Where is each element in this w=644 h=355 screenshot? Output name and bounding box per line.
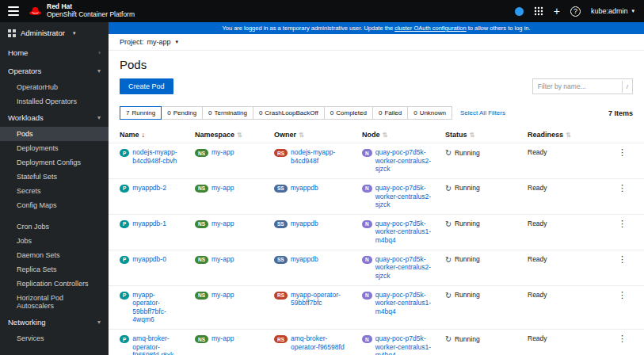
kebab-menu-icon[interactable]: ⋮ [618,255,627,264]
filter-chip-label: Running [131,109,155,116]
filter-chip-completed[interactable]: 0Completed [324,106,373,120]
chevron-down-icon: ▾ [176,39,179,45]
pod-name-link[interactable]: nodejs-myapp-b4cd948f-cbvh [132,148,182,165]
namespace-link[interactable]: my-app [211,291,234,300]
create-pod-button[interactable]: Create Pod [120,78,173,94]
node-link[interactable]: quay-poc-p7d5k-worker-centralus2-sjzck [375,184,433,209]
pod-name-link[interactable]: myapp-operator-59bbff7bfc-4wqm6 [132,291,182,325]
sidebar-item-operatorhub[interactable]: OperatorHub [0,80,109,94]
column-header-name[interactable]: Name↓ [109,126,189,143]
sidebar-item-secrets[interactable]: Secrets [0,184,109,198]
pod-name-link[interactable]: amq-broker-operator-f96598fd-r8xk [132,334,182,355]
sidebar-item-pods[interactable]: Pods [0,127,109,141]
column-header-status[interactable]: Status⇅ [439,126,521,143]
import-plus-icon[interactable]: + [554,6,560,17]
kebab-menu-icon[interactable]: ⋮ [618,148,627,157]
sidebar-item-stateful-sets[interactable]: Stateful Sets [0,170,109,184]
namespace-link[interactable]: my-app [211,184,234,193]
ns-badge-icon: NS [195,256,208,264]
status-text: Running [455,291,480,299]
owner-link[interactable]: myapp-operator-59bbff7bfc [291,291,349,307]
sidebar-item-config-maps[interactable]: Config Maps [0,198,109,212]
column-header-owner[interactable]: Owner⇅ [268,126,356,143]
filter-box: / [532,78,633,94]
sidebar-section-label: Home [8,48,28,57]
filter-chip-terminating[interactable]: 0Terminating [202,106,253,120]
p-badge-icon: P [120,256,129,264]
sidebar-item-daemon-sets[interactable]: Daemon Sets [0,248,109,262]
ns-badge-icon: NS [195,185,208,193]
filter-chip-unknown[interactable]: 0Unknown [407,106,452,120]
sidebar-item-installed-operators[interactable]: Installed Operators [0,94,109,109]
filter-chip-count: 0 [379,109,382,116]
kebab-menu-icon[interactable]: ⋮ [618,219,627,228]
column-header-namespace[interactable]: Namespace⇅ [189,126,268,143]
sidebar-item-replica-sets[interactable]: Replica Sets [0,262,109,277]
owner-link[interactable]: myappdb [291,184,318,193]
p-badge-icon: P [120,292,129,300]
namespace-link[interactable]: my-app [211,148,234,157]
filter-chip-failed[interactable]: 0Failed [372,106,408,120]
namespace-link[interactable]: my-app [211,334,234,343]
pod-name-link[interactable]: myappdb-1 [132,219,166,228]
namespace-link[interactable]: my-app [211,219,234,228]
notification-icon[interactable] [515,7,524,16]
namespace-link[interactable]: my-app [211,255,234,264]
status-text: Running [455,219,480,227]
sidebar-item-cron-jobs[interactable]: Cron Jobs [0,219,109,234]
pod-status: ↻Running [445,255,515,264]
sort-icon[interactable]: ⇅ [470,132,475,139]
filter-chip-pending[interactable]: 0Pending [161,106,203,120]
project-selector[interactable]: Project: my-app ▾ [109,34,644,51]
sidebar-item-replication-controllers[interactable]: Replication Controllers [0,277,109,291]
node-link[interactable]: quay-poc-p7d5k-worker-centralus1-m4bq4 [375,291,433,316]
owner-link[interactable]: myappdb [291,255,318,264]
sidebar-item-deployments[interactable]: Deployments [0,141,109,155]
sidebar-section-workloads[interactable]: Workloads▾ [0,109,109,127]
node-link[interactable]: quay-poc-p7d5k-worker-centralus1-m4bq4 [375,219,433,245]
pod-name-link[interactable]: myappdb-2 [132,184,166,193]
sidebar-section-operators[interactable]: Operators▾ [0,62,109,80]
node-link[interactable]: quay-poc-p7d5k-worker-centralus2-sjzck [375,255,433,281]
items-count: 7 Items [608,109,633,117]
sidebar-section-home[interactable]: Home› [0,44,109,62]
help-icon[interactable]: ? [570,6,581,17]
sort-desc-icon[interactable]: ↓ [142,131,146,139]
app-launcher-icon[interactable] [534,6,543,16]
hamburger-menu-icon[interactable] [8,6,19,16]
sidebar-section-networking[interactable]: Networking▾ [0,313,109,331]
perspective-switcher[interactable]: Administrator ▾ [0,22,109,44]
owner-link[interactable]: nodejs-myapp-b4cd948f [291,148,349,165]
filter-by-name-input[interactable] [533,82,622,90]
user-menu[interactable]: kube:admin ▾ [591,7,634,15]
column-header-node[interactable]: Node⇅ [356,126,439,143]
owner-link[interactable]: amq-broker-operator-f96598fd [291,334,349,351]
oauth-config-link[interactable]: cluster OAuth configuration [394,25,466,32]
sidebar-section-label: Operators [8,67,41,75]
sidebar-item-jobs[interactable]: Jobs [0,234,109,248]
sort-icon[interactable]: ⇅ [237,132,242,139]
filter-chip-crashloopbackoff[interactable]: 0CrashLoopBackOff [253,106,325,120]
kebab-menu-icon[interactable]: ⋮ [618,184,627,193]
sort-icon[interactable]: ⇅ [299,132,304,139]
ns-badge-icon: NS [195,149,208,157]
status-text: Running [455,255,480,263]
sort-icon[interactable]: ⇅ [566,132,571,139]
node-link[interactable]: quay-poc-p7d5k-worker-centralus1-m4bq4 [375,334,433,355]
column-header-readiness[interactable]: Readiness⇅ [521,126,589,143]
column-header-label: Readiness [528,131,563,139]
select-all-filters-link[interactable]: Select All Filters [460,109,505,116]
owner-link[interactable]: myappdb [291,219,318,228]
table-row: Pmyappdb-1NSmy-appSSmyappdbNquay-poc-p7d… [109,214,644,250]
column-header-label: Node [362,131,380,139]
sort-icon[interactable]: ⇅ [383,132,388,139]
kebab-menu-icon[interactable]: ⋮ [618,334,627,343]
sidebar-item-deployment-configs[interactable]: Deployment Configs [0,155,109,170]
filter-chip-running[interactable]: 7Running [120,106,162,120]
sync-running-icon: ↻ [445,255,452,264]
node-link[interactable]: quay-poc-p7d5k-worker-centralus2-sjzck [375,148,433,174]
pod-name-link[interactable]: myappdb-0 [132,255,166,264]
kebab-menu-icon[interactable]: ⋮ [618,291,627,300]
sidebar-item-horizontal-pod-autoscalers[interactable]: Horizontal Pod Autoscalers [0,291,109,313]
sidebar-item-services[interactable]: Services [0,331,109,345]
